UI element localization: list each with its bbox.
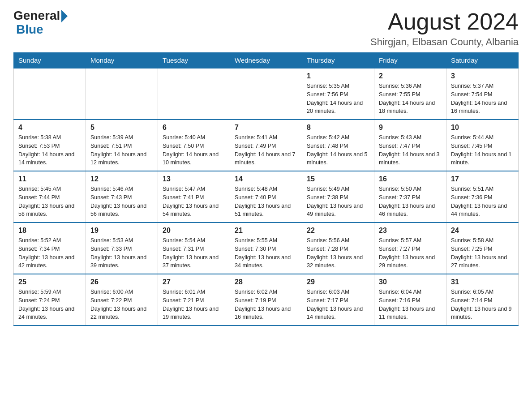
calendar-cell: 15Sunrise: 5:49 AM Sunset: 7:38 PM Dayli…: [302, 171, 374, 223]
day-number: 26: [90, 278, 153, 286]
day-info: Sunrise: 5:54 AM Sunset: 7:31 PM Dayligh…: [163, 236, 225, 270]
calendar-cell: [230, 68, 302, 120]
day-number: 2: [379, 72, 442, 80]
subtitle: Shirgjan, Elbasan County, Albania: [370, 36, 519, 48]
day-number: 6: [163, 124, 225, 132]
day-info: Sunrise: 6:04 AM Sunset: 7:16 PM Dayligh…: [379, 288, 442, 321]
day-number: 25: [18, 278, 81, 286]
calendar-cell: 2Sunrise: 5:36 AM Sunset: 7:55 PM Daylig…: [374, 68, 446, 120]
day-number: 5: [90, 124, 153, 132]
day-number: 22: [307, 227, 369, 235]
day-info: Sunrise: 5:42 AM Sunset: 7:48 PM Dayligh…: [307, 133, 369, 167]
day-info: Sunrise: 5:35 AM Sunset: 7:56 PM Dayligh…: [307, 82, 369, 116]
day-info: Sunrise: 5:45 AM Sunset: 7:44 PM Dayligh…: [18, 185, 81, 218]
day-number: 18: [18, 227, 81, 235]
day-number: 9: [379, 124, 442, 132]
calendar-cell: 6Sunrise: 5:40 AM Sunset: 7:50 PM Daylig…: [158, 120, 230, 171]
day-info: Sunrise: 6:05 AM Sunset: 7:14 PM Dayligh…: [451, 288, 514, 321]
calendar-cell: 5Sunrise: 5:39 AM Sunset: 7:51 PM Daylig…: [86, 120, 158, 171]
calendar-cell: 24Sunrise: 5:58 AM Sunset: 7:25 PM Dayli…: [446, 223, 519, 274]
calendar-cell: 19Sunrise: 5:53 AM Sunset: 7:33 PM Dayli…: [86, 223, 158, 274]
calendar-cell: 7Sunrise: 5:41 AM Sunset: 7:49 PM Daylig…: [230, 120, 302, 171]
day-info: Sunrise: 5:41 AM Sunset: 7:49 PM Dayligh…: [235, 133, 297, 167]
calendar-cell: 26Sunrise: 6:00 AM Sunset: 7:22 PM Dayli…: [86, 274, 158, 325]
day-number: 15: [307, 175, 369, 183]
day-info: Sunrise: 6:00 AM Sunset: 7:22 PM Dayligh…: [90, 288, 153, 321]
day-info: Sunrise: 5:44 AM Sunset: 7:45 PM Dayligh…: [451, 133, 514, 167]
calendar-cell: [14, 68, 86, 120]
calendar-header-thursday: Thursday: [302, 53, 374, 68]
calendar-cell: 11Sunrise: 5:45 AM Sunset: 7:44 PM Dayli…: [14, 171, 86, 223]
calendar-cell: 30Sunrise: 6:04 AM Sunset: 7:16 PM Dayli…: [374, 274, 446, 325]
calendar-cell: 1Sunrise: 5:35 AM Sunset: 7:56 PM Daylig…: [302, 68, 374, 120]
calendar-cell: 22Sunrise: 5:56 AM Sunset: 7:28 PM Dayli…: [302, 223, 374, 274]
day-number: 13: [163, 175, 225, 183]
day-info: Sunrise: 5:47 AM Sunset: 7:41 PM Dayligh…: [163, 185, 225, 218]
calendar-cell: 10Sunrise: 5:44 AM Sunset: 7:45 PM Dayli…: [446, 120, 519, 171]
calendar-cell: 25Sunrise: 5:59 AM Sunset: 7:24 PM Dayli…: [14, 274, 86, 325]
day-number: 27: [163, 278, 225, 286]
day-info: Sunrise: 5:58 AM Sunset: 7:25 PM Dayligh…: [451, 236, 514, 270]
day-info: Sunrise: 5:43 AM Sunset: 7:47 PM Dayligh…: [379, 133, 442, 167]
day-info: Sunrise: 5:59 AM Sunset: 7:24 PM Dayligh…: [18, 288, 81, 321]
day-number: 11: [18, 175, 81, 183]
calendar-cell: 9Sunrise: 5:43 AM Sunset: 7:47 PM Daylig…: [374, 120, 446, 171]
calendar-cell: [158, 68, 230, 120]
day-info: Sunrise: 5:49 AM Sunset: 7:38 PM Dayligh…: [307, 185, 369, 218]
calendar-header-wednesday: Wednesday: [230, 53, 302, 68]
calendar-cell: 13Sunrise: 5:47 AM Sunset: 7:41 PM Dayli…: [158, 171, 230, 223]
title-area: August 2024 Shirgjan, Elbasan County, Al…: [370, 9, 519, 48]
calendar-cell: 21Sunrise: 5:55 AM Sunset: 7:30 PM Dayli…: [230, 223, 302, 274]
calendar-cell: 20Sunrise: 5:54 AM Sunset: 7:31 PM Dayli…: [158, 223, 230, 274]
calendar-cell: 12Sunrise: 5:46 AM Sunset: 7:43 PM Dayli…: [86, 171, 158, 223]
day-info: Sunrise: 6:01 AM Sunset: 7:21 PM Dayligh…: [163, 288, 225, 321]
calendar-week-3: 11Sunrise: 5:45 AM Sunset: 7:44 PM Dayli…: [14, 171, 519, 223]
calendar-cell: 18Sunrise: 5:52 AM Sunset: 7:34 PM Dayli…: [14, 223, 86, 274]
logo-arrow-icon: [61, 10, 68, 22]
day-number: 28: [235, 278, 297, 286]
day-number: 4: [18, 124, 81, 132]
calendar-header-friday: Friday: [374, 53, 446, 68]
day-number: 21: [235, 227, 297, 235]
calendar-cell: 29Sunrise: 6:03 AM Sunset: 7:17 PM Dayli…: [302, 274, 374, 325]
day-number: 30: [379, 278, 442, 286]
day-number: 31: [451, 278, 514, 286]
day-info: Sunrise: 5:37 AM Sunset: 7:54 PM Dayligh…: [451, 82, 514, 116]
day-info: Sunrise: 5:52 AM Sunset: 7:34 PM Dayligh…: [18, 236, 81, 270]
day-info: Sunrise: 6:02 AM Sunset: 7:19 PM Dayligh…: [235, 288, 297, 321]
day-info: Sunrise: 5:46 AM Sunset: 7:43 PM Dayligh…: [90, 185, 153, 218]
day-info: Sunrise: 5:51 AM Sunset: 7:36 PM Dayligh…: [451, 185, 514, 218]
calendar-cell: 4Sunrise: 5:38 AM Sunset: 7:53 PM Daylig…: [14, 120, 86, 171]
main-title: August 2024: [370, 9, 519, 34]
day-number: 3: [451, 72, 514, 80]
calendar-cell: 23Sunrise: 5:57 AM Sunset: 7:27 PM Dayli…: [374, 223, 446, 274]
day-number: 17: [451, 175, 514, 183]
calendar-cell: 8Sunrise: 5:42 AM Sunset: 7:48 PM Daylig…: [302, 120, 374, 171]
page-header: General Blue August 2024 Shirgjan, Elbas…: [13, 9, 519, 48]
logo: General Blue: [13, 9, 68, 37]
day-number: 1: [307, 72, 369, 80]
calendar-header-tuesday: Tuesday: [158, 53, 230, 68]
calendar-cell: 16Sunrise: 5:50 AM Sunset: 7:37 PM Dayli…: [374, 171, 446, 223]
day-number: 20: [163, 227, 225, 235]
day-number: 23: [379, 227, 442, 235]
day-number: 8: [307, 124, 369, 132]
calendar-cell: 14Sunrise: 5:48 AM Sunset: 7:40 PM Dayli…: [230, 171, 302, 223]
calendar-cell: 27Sunrise: 6:01 AM Sunset: 7:21 PM Dayli…: [158, 274, 230, 325]
calendar-header-sunday: Sunday: [14, 53, 86, 68]
calendar-table: SundayMondayTuesdayWednesdayThursdayFrid…: [13, 52, 519, 326]
day-info: Sunrise: 5:36 AM Sunset: 7:55 PM Dayligh…: [379, 82, 442, 116]
logo-blue-text: Blue: [16, 23, 43, 37]
calendar-week-2: 4Sunrise: 5:38 AM Sunset: 7:53 PM Daylig…: [14, 120, 519, 171]
calendar-week-4: 18Sunrise: 5:52 AM Sunset: 7:34 PM Dayli…: [14, 223, 519, 274]
day-info: Sunrise: 6:03 AM Sunset: 7:17 PM Dayligh…: [307, 288, 369, 321]
calendar-header-row: SundayMondayTuesdayWednesdayThursdayFrid…: [14, 53, 519, 68]
calendar-cell: 17Sunrise: 5:51 AM Sunset: 7:36 PM Dayli…: [446, 171, 519, 223]
calendar-cell: [86, 68, 158, 120]
day-number: 24: [451, 227, 514, 235]
calendar-cell: 3Sunrise: 5:37 AM Sunset: 7:54 PM Daylig…: [446, 68, 519, 120]
calendar-header-saturday: Saturday: [446, 53, 519, 68]
day-number: 29: [307, 278, 369, 286]
calendar-cell: 31Sunrise: 6:05 AM Sunset: 7:14 PM Dayli…: [446, 274, 519, 325]
day-info: Sunrise: 5:38 AM Sunset: 7:53 PM Dayligh…: [18, 133, 81, 167]
